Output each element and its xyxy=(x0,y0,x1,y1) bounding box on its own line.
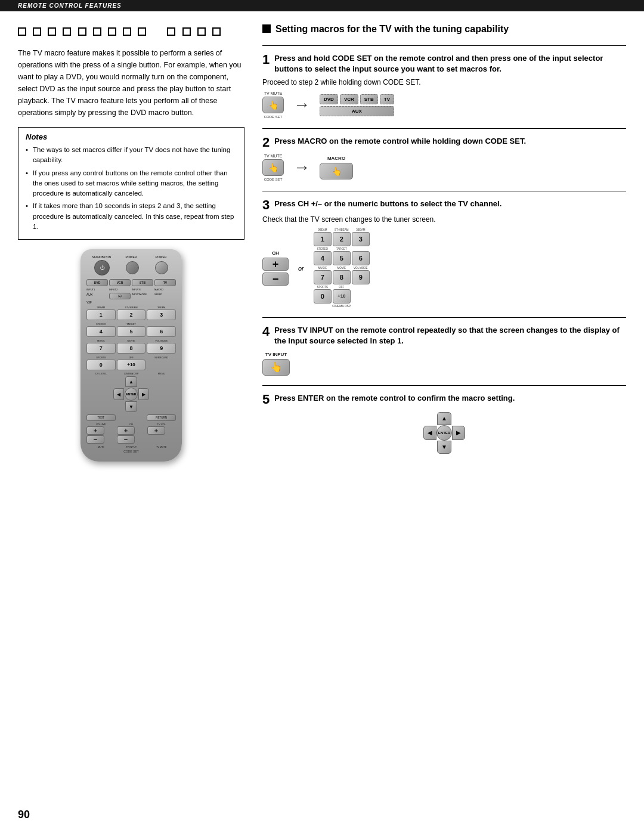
step5-right-btn[interactable]: ▶ xyxy=(452,426,465,440)
off-label: OFF xyxy=(117,356,146,359)
inputs-btn[interactable]: INPUTS xyxy=(132,288,153,291)
step4-tv-input-btn[interactable]: 👆 xyxy=(262,359,290,376)
btn-plus10[interactable]: +10 xyxy=(117,360,146,370)
step3-btn-0[interactable]: 0 xyxy=(314,289,332,304)
btn-4[interactable]: 4 xyxy=(86,326,116,337)
macro-btn-remote[interactable]: MACRO xyxy=(154,288,176,291)
source-row-1: DVD VCR STB TV xyxy=(86,279,176,286)
ch-minus-btn[interactable]: − xyxy=(117,435,135,444)
title-box-9 xyxy=(138,27,146,36)
step3-btn-8[interactable]: 8 xyxy=(333,270,351,284)
step3-btn-1[interactable]: 1 xyxy=(314,232,332,246)
step5-down-btn[interactable]: ▼ xyxy=(437,441,451,454)
step1-tv-mute-label: TV MUTE xyxy=(264,91,283,95)
btn-5[interactable]: 5 xyxy=(117,326,146,337)
numpad-row2: 4 5 6 xyxy=(86,326,176,337)
step-4-num: 4 xyxy=(262,325,270,346)
notes-box: Notes The ways to set macros differ if y… xyxy=(18,127,244,240)
stb-btn[interactable]: STB xyxy=(132,279,153,286)
note-3: If it takes more than 10 seconds in step… xyxy=(26,201,237,232)
zero-row: 0 +10 xyxy=(86,360,176,370)
btn-3[interactable]: 3 xyxy=(147,309,176,320)
step1-aux-btn[interactable]: AUX xyxy=(320,106,394,116)
intro-text: The TV macro feature makes it possible t… xyxy=(18,47,244,119)
nav-left-btn[interactable]: ◀ xyxy=(113,388,124,400)
tv-mute-bottom-label: TV MUTE xyxy=(147,445,176,448)
vol-plus-btn[interactable]: + xyxy=(86,426,104,435)
title-box-3 xyxy=(48,27,56,36)
nav-right-btn[interactable]: ▶ xyxy=(138,388,149,400)
blank-lbl3 xyxy=(352,286,370,289)
return-btn[interactable]: RETURN xyxy=(147,414,176,421)
step3-numpad-top-labels: 9BEAM ST+9BEAM 3BEAM xyxy=(314,228,370,231)
ysf-btn[interactable]: YSF xyxy=(86,301,116,304)
step5-up-btn[interactable]: ▲ xyxy=(437,412,451,425)
step3-btn-plus10[interactable]: +10 xyxy=(333,289,351,304)
remote-wrapper: STANDBY/ON POWER POWER ⏻ DVD xyxy=(18,249,244,462)
step3-btn-9[interactable]: 9 xyxy=(352,270,370,284)
enter-btn[interactable]: ENTER xyxy=(125,388,138,401)
tvvol-plus-btn[interactable]: + xyxy=(147,426,165,435)
step-4-header: 4 Press TV INPUT on the remote control r… xyxy=(262,325,626,346)
step1-stb-btn[interactable]: STB xyxy=(360,94,378,104)
dvd-btn[interactable]: DVD xyxy=(86,279,108,286)
step3-btn-5[interactable]: 5 xyxy=(333,251,351,265)
vol-plus-row: + + + xyxy=(86,426,176,435)
btn-8[interactable]: 8 xyxy=(117,343,146,354)
step3-ch-plus[interactable]: + xyxy=(262,258,289,271)
tvvol-label: TV VOL xyxy=(147,423,176,426)
step3-ch-minus[interactable]: − xyxy=(262,272,289,286)
av-power-button[interactable] xyxy=(126,261,139,274)
step3-btn-3[interactable]: 3 xyxy=(352,232,370,246)
step1-vcr-btn[interactable]: VCR xyxy=(340,94,358,104)
vol-minus-row: − − xyxy=(86,435,176,444)
nav-cross: ▲ ▼ ◀ ▶ ENTER xyxy=(113,376,149,412)
vol-minus-btn[interactable]: − xyxy=(86,435,104,444)
btn-2[interactable]: 2 xyxy=(117,309,146,320)
step3-cinema-dsp-label: CINEMA DSP xyxy=(314,304,370,308)
volume-label: VOLUME xyxy=(86,423,116,426)
step1-dvd-btn[interactable]: DVD xyxy=(320,94,338,104)
ysf-row: YSF xyxy=(86,301,176,304)
numpad-row1: 1 2 3 xyxy=(86,309,176,320)
power-label-1: POWER xyxy=(116,255,146,259)
btn-0[interactable]: 0 xyxy=(86,360,116,370)
btn-6[interactable]: 6 xyxy=(147,326,176,337)
title-box-11 xyxy=(182,27,191,36)
input2-btn[interactable]: INPUT2 xyxy=(109,288,131,291)
sports-labels: SPORTS OFF SURROUND xyxy=(86,356,176,359)
step3-btn-6[interactable]: 6 xyxy=(352,251,370,265)
step-1-text: Press and hold CODE SET on the remote co… xyxy=(274,53,626,75)
step5-left-btn[interactable]: ◀ xyxy=(423,426,436,440)
btn-7[interactable]: 7 xyxy=(86,343,116,354)
step2-tv-mute-btn[interactable]: 👆 xyxy=(262,159,284,176)
step-2-header: 2 Press MACRO on the remote control whil… xyxy=(262,136,626,149)
test-btn[interactable]: TEST xyxy=(86,414,116,421)
step3-btn-2[interactable]: 2 xyxy=(333,232,351,246)
ch-plus-btn[interactable]: + xyxy=(117,426,135,435)
step1-tv-mute-btn[interactable]: 👆 xyxy=(262,97,284,113)
tv-power-button[interactable] xyxy=(155,261,168,274)
nav-down-btn[interactable]: ▼ xyxy=(125,401,137,412)
btn-1[interactable]: 1 xyxy=(86,309,116,320)
nav-up-btn[interactable]: ▲ xyxy=(125,376,137,387)
step2-macro-btn[interactable]: 👆 xyxy=(320,163,353,179)
standby-button[interactable]: ⏻ xyxy=(94,260,110,275)
sleep-btn[interactable]: SLEEP xyxy=(154,293,176,299)
tv-btn[interactable]: TV xyxy=(154,279,176,286)
step1-tv-btn[interactable]: TV xyxy=(380,94,394,104)
step3-btn-4[interactable]: 4 xyxy=(314,251,332,265)
step5-enter-btn[interactable]: ENTER xyxy=(436,425,452,441)
speaker-btn[interactable]: (●) xyxy=(109,293,131,299)
header-bar: REMOTE CONTROL FEATURES xyxy=(0,0,644,11)
inputmode-btn[interactable]: INPUT/MODE xyxy=(132,293,153,299)
step3-btn-7[interactable]: 7 xyxy=(314,270,332,284)
title-box-4 xyxy=(63,27,71,36)
btn-9[interactable]: 9 xyxy=(147,343,176,354)
right-section-heading: Setting macros for the TV with the tunin… xyxy=(262,23,626,36)
input1-btn[interactable]: INPUT1 xyxy=(86,288,108,291)
title-box-6 xyxy=(93,27,101,36)
music-labels: MUSIC MOVIE VOL MODE xyxy=(86,339,176,342)
vcr-btn[interactable]: VCR xyxy=(109,279,131,286)
aux-btn[interactable]: AUX xyxy=(86,293,108,299)
